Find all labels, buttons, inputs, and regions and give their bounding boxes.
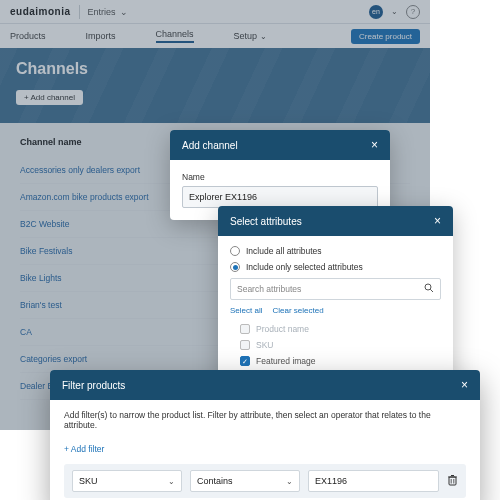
name-label: Name	[182, 172, 378, 182]
modal-title: Select attributes	[230, 216, 302, 227]
filter-value-input[interactable]	[308, 470, 439, 492]
select-value: Contains	[197, 476, 233, 486]
close-icon[interactable]: ×	[371, 138, 378, 152]
attribute-search-input[interactable]: Search attributes	[230, 278, 441, 300]
svg-point-0	[425, 284, 431, 290]
chevron-down-icon: ⌄	[286, 477, 293, 486]
filter-attribute-select[interactable]: SKU ⌄	[72, 470, 182, 492]
modal-title: Filter products	[62, 380, 125, 391]
radio-label: Include all attributes	[246, 246, 322, 256]
close-icon[interactable]: ×	[434, 214, 441, 228]
attribute-label: Featured image	[256, 356, 316, 366]
attribute-item[interactable]: Featured image	[230, 353, 441, 369]
close-icon[interactable]: ×	[461, 378, 468, 392]
attribute-item[interactable]: SKU	[230, 337, 441, 353]
checkbox-icon	[240, 324, 250, 334]
svg-line-1	[430, 289, 433, 292]
filter-operator-select[interactable]: Contains ⌄	[190, 470, 300, 492]
checkbox-icon	[240, 356, 250, 366]
channel-name-input[interactable]	[182, 186, 378, 208]
add-filter-button[interactable]: + Add filter	[64, 442, 104, 456]
helper-text: Add filter(s) to narrow the product list…	[64, 410, 466, 430]
select-all-link[interactable]: Select all	[230, 306, 262, 315]
filter-products-modal: Filter products × Add filter(s) to narro…	[50, 370, 480, 500]
radio-icon	[230, 262, 240, 272]
attribute-item[interactable]: Product name	[230, 321, 441, 337]
attribute-label: Product name	[256, 324, 309, 334]
trash-icon[interactable]	[447, 474, 458, 488]
attribute-label: SKU	[256, 340, 273, 350]
modal-header: Filter products ×	[50, 370, 480, 400]
search-icon	[424, 283, 434, 295]
checkbox-icon	[240, 340, 250, 350]
select-attributes-modal: Select attributes × Include all attribut…	[218, 206, 453, 389]
clear-selected-link[interactable]: Clear selected	[272, 306, 323, 315]
svg-rect-2	[449, 477, 456, 485]
radio-include-all[interactable]: Include all attributes	[230, 246, 441, 256]
chevron-down-icon: ⌄	[168, 477, 175, 486]
search-placeholder: Search attributes	[237, 284, 301, 294]
radio-include-selected[interactable]: Include only selected attributes	[230, 262, 441, 272]
radio-label: Include only selected attributes	[246, 262, 363, 272]
filter-row: SKU ⌄ Contains ⌄	[64, 464, 466, 498]
modal-title: Add channel	[182, 140, 238, 151]
radio-icon	[230, 246, 240, 256]
modal-header: Select attributes ×	[218, 206, 453, 236]
select-value: SKU	[79, 476, 98, 486]
modal-header: Add channel ×	[170, 130, 390, 160]
